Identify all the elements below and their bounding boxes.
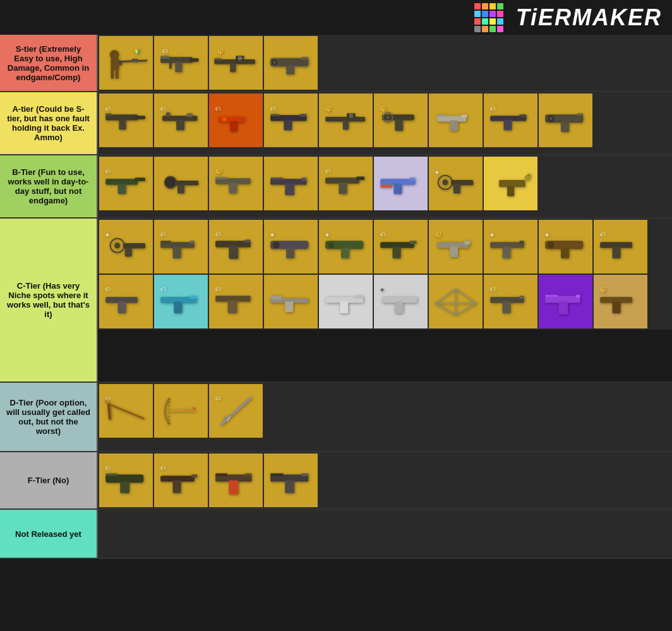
svg-rect-193 (191, 474, 197, 478)
list-item (264, 454, 318, 507)
svg-rect-44 (284, 119, 292, 130)
svg-rect-72 (118, 183, 126, 194)
list-item: ◈ (319, 220, 373, 273)
svg-rect-143 (118, 301, 126, 313)
list-item: ◈ (374, 275, 428, 328)
gun-icon: 🔱 (212, 44, 260, 82)
logo-dot (489, 3, 496, 9)
logo-dot (482, 11, 488, 17)
svg-rect-173 (613, 301, 621, 313)
gun-icon: ◈ (267, 228, 315, 266)
tier-items-a: 🏷 🏷 (98, 92, 672, 154)
list-item: 🏷 (209, 384, 263, 438)
svg-rect-12 (169, 61, 172, 68)
gun-icon: 🏷 (157, 462, 205, 500)
svg-rect-135 (561, 248, 569, 258)
gun-icon: 🔱 (322, 102, 369, 140)
svg-rect-54 (395, 119, 403, 130)
svg-text:🏷: 🏷 (215, 231, 220, 237)
svg-rect-146 (174, 301, 182, 313)
list-item: 🏷 (484, 275, 537, 328)
list-item: ◈ (99, 220, 153, 273)
svg-rect-16 (230, 63, 236, 72)
gun-icon: ◈ (487, 228, 534, 266)
gun-icon: 🏷 (212, 283, 260, 321)
svg-rect-88 (356, 176, 364, 180)
gun-icon (487, 165, 534, 203)
svg-text:🔱: 🔱 (600, 285, 607, 292)
tier-label-f: F-Tier (No) (0, 452, 98, 508)
gun-icon: ◈ (542, 228, 589, 266)
logo-dot (482, 18, 488, 25)
svg-point-101 (114, 243, 120, 248)
list-item (264, 275, 318, 328)
gun-icon: 🔱 (432, 228, 479, 266)
svg-rect-132 (519, 241, 524, 244)
tier-items-b: 🏷 (98, 155, 672, 217)
svg-rect-201 (301, 473, 308, 476)
tier-row-d: D-Tier (Poor option, will usually get ca… (0, 383, 672, 452)
list-item: 🏷 (209, 220, 263, 273)
gun-icon: 🏷 (157, 44, 205, 82)
svg-point-56 (386, 116, 390, 119)
svg-point-94 (442, 179, 448, 185)
gun-icon: 🏷 (157, 228, 205, 266)
svg-rect-69 (577, 113, 583, 116)
tier-label-nr: Not Released yet (0, 510, 98, 558)
svg-rect-166 (519, 296, 524, 299)
svg-rect-34 (176, 119, 184, 130)
list-item: 🔱 (594, 275, 647, 328)
list-item: 🏷 (154, 454, 208, 507)
svg-rect-158 (395, 301, 403, 313)
gun-icon: 🏷 (102, 165, 150, 203)
svg-text:🏷: 🏷 (215, 105, 220, 111)
list-item (154, 157, 208, 210)
list-item: 🏷 (594, 220, 647, 273)
list-item: 🏷 (99, 454, 153, 507)
svg-rect-188 (105, 473, 117, 476)
logo-dot (482, 3, 488, 9)
svg-text:◈: ◈ (105, 231, 110, 237)
svg-text:🏷: 🏷 (160, 105, 165, 111)
svg-rect-80 (215, 177, 227, 179)
list-item: 🔰 (99, 36, 153, 90)
svg-text:◈: ◈ (325, 231, 330, 237)
svg-rect-195 (229, 480, 238, 494)
gun-icon: 🏷 (102, 462, 150, 500)
tier-items-nr (98, 510, 672, 558)
svg-text:◈: ◈ (490, 231, 495, 237)
svg-text:🏷: 🏷 (270, 105, 275, 111)
svg-rect-108 (189, 241, 194, 244)
list-item: 🔱 (319, 93, 373, 147)
svg-text:🏷: 🏷 (162, 47, 167, 54)
gun-icon (542, 102, 589, 140)
gun-icon: 🏷 (157, 102, 205, 140)
list-item: 🏷 (154, 275, 208, 328)
list-item (539, 93, 592, 147)
svg-rect-112 (229, 246, 238, 258)
logo-dot (497, 18, 503, 25)
svg-rect-73 (135, 177, 145, 181)
logo-dot (497, 26, 503, 32)
svg-rect-64 (519, 114, 526, 117)
list-item: 🏷 (154, 93, 208, 147)
svg-rect-124 (393, 246, 401, 258)
svg-rect-58 (450, 120, 458, 131)
logo-dot (489, 11, 496, 17)
svg-text:🏷: 🏷 (105, 167, 111, 174)
gun-icon (377, 165, 424, 203)
svg-rect-200 (270, 473, 283, 476)
svg-rect-92 (380, 184, 392, 188)
list-item: 🏷 (484, 93, 537, 147)
svg-rect-91 (409, 177, 415, 181)
svg-point-41 (223, 117, 225, 120)
gun-icon (267, 462, 315, 500)
svg-rect-45 (299, 114, 306, 117)
svg-text:🔱: 🔱 (325, 105, 332, 112)
svg-rect-147 (189, 296, 196, 299)
logo-dot (489, 18, 496, 25)
tier-label-d: D-Tier (Poor option, will usually get ca… (0, 383, 98, 451)
svg-point-0 (110, 50, 119, 59)
list-item: ◈ (484, 220, 537, 273)
list-item: 🏷 (154, 36, 208, 90)
